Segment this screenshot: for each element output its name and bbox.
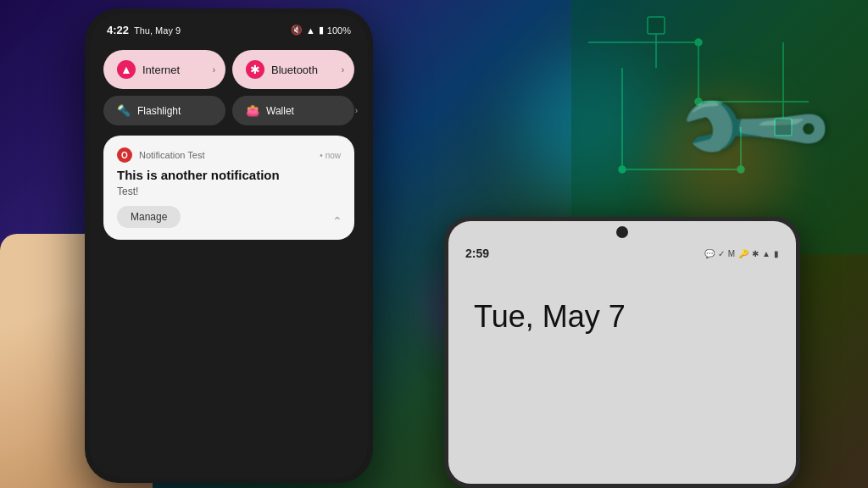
phone2-time: 2:59	[465, 247, 489, 260]
bluetooth-chevron: ›	[342, 65, 344, 75]
internet-chevron: ›	[213, 65, 215, 75]
status-icons: 🔇 ▲ ▮ 100%	[291, 25, 351, 36]
svg-rect-0	[571, 0, 868, 254]
flashlight-tile-label: Flashlight	[137, 105, 181, 117]
notification-header: O Notification Test • now	[117, 147, 341, 163]
lock-screen-date-area: Tue, May 7	[448, 265, 796, 352]
phone-second-screen: 2:59 💬 ✓ M 🔑 ✱ ▲ ▮ Tue, May 7	[448, 221, 796, 484]
phone-main: 4:22 Thu, May 9 🔇 ▲ ▮ 100% ▲ Internet ›	[85, 8, 373, 483]
svg-point-9	[695, 39, 702, 46]
circuit-background	[571, 0, 868, 254]
status-date: Thu, May 9	[134, 25, 181, 36]
svg-point-10	[695, 98, 702, 105]
wallet-tile[interactable]: 👛 Wallet ›	[232, 96, 354, 125]
notification-app-name: Notification Test	[139, 150, 313, 160]
phone-main-screen: 4:22 Thu, May 9 🔇 ▲ ▮ 100% ▲ Internet ›	[90, 14, 368, 478]
wifi-icon: ▲	[762, 249, 771, 258]
svg-rect-14	[775, 119, 792, 136]
gmail-icon: M	[728, 249, 735, 258]
svg-rect-13	[648, 17, 665, 34]
phone2-status-icons: 💬 ✓ M 🔑 ✱ ▲ ▮	[704, 249, 779, 258]
notification-app-icon: O	[117, 147, 132, 163]
battery-icon: ▮	[774, 249, 779, 258]
quick-settings-row2: 🔦 Flashlight 👛 Wallet ›	[90, 96, 368, 125]
key-icon: 🔑	[738, 249, 748, 258]
notification-title: This is another notification	[117, 168, 341, 182]
phone-screen: 4:22 Thu, May 9 🔇 ▲ ▮ 100% ▲ Internet ›	[90, 14, 368, 478]
lock-screen-date: Tue, May 7	[474, 299, 771, 335]
mute-icon: 🔇	[291, 25, 303, 36]
svg-point-12	[737, 166, 744, 173]
check-circle-icon: ✓	[718, 249, 725, 258]
status-time: 4:22	[107, 24, 129, 36]
quick-settings-panel: ▲ Internet › ✱ Bluetooth ›	[90, 43, 368, 96]
flashlight-tile[interactable]: 🔦 Flashlight	[103, 96, 225, 125]
internet-tile[interactable]: ▲ Internet ›	[103, 50, 225, 89]
wallet-tile-icon: 👛	[246, 104, 259, 117]
notification-card: O Notification Test • now This is anothe…	[103, 136, 354, 240]
wifi-tile-icon: ▲	[117, 60, 136, 79]
internet-tile-label: Internet	[142, 64, 180, 76]
bluetooth-icon: ✱	[752, 249, 759, 258]
phone2-status-bar: 2:59 💬 ✓ M 🔑 ✱ ▲ ▮	[448, 238, 796, 265]
notification-body: Test!	[117, 186, 341, 197]
wallet-chevron: ›	[355, 106, 358, 115]
status-bar: 4:22 Thu, May 9 🔇 ▲ ▮ 100%	[90, 14, 368, 43]
expand-icon[interactable]: ⌃	[332, 214, 342, 228]
wallet-tile-label: Wallet	[266, 105, 294, 117]
manage-button[interactable]: Manage	[117, 206, 181, 228]
notification-time: • now	[320, 151, 341, 160]
messenger-icon: 💬	[704, 249, 715, 258]
front-camera	[616, 226, 628, 238]
flashlight-tile-icon: 🔦	[117, 104, 131, 117]
bluetooth-tile-icon: ✱	[246, 60, 264, 79]
bluetooth-tile-label: Bluetooth	[271, 64, 318, 76]
svg-point-11	[619, 166, 626, 173]
bluetooth-tile[interactable]: ✱ Bluetooth ›	[232, 50, 354, 89]
phone-second: 2:59 💬 ✓ M 🔑 ✱ ▲ ▮ Tue, May 7	[444, 217, 800, 488]
wifi-signal-icon: ▲	[306, 25, 315, 36]
battery-percent: 100%	[327, 25, 351, 36]
battery-full-icon: ▮	[319, 25, 324, 36]
